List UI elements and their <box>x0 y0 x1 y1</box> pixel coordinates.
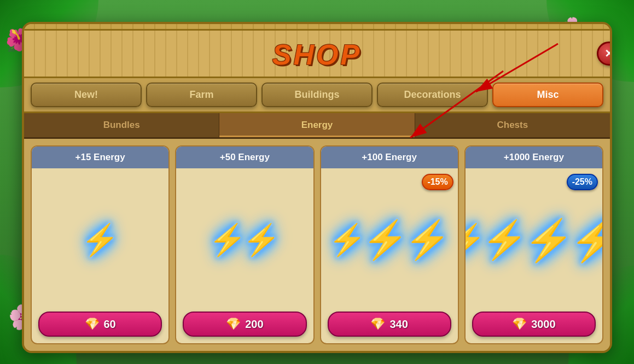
discount-badge-energy-100: -15% <box>422 174 453 190</box>
lightning-bolt-icon: ⚡ <box>569 216 603 264</box>
lightning-bolt-icon: ⚡ <box>242 222 281 258</box>
product-card-energy-50: +50 Energy⚡⚡💎200 <box>175 145 314 344</box>
product-price-energy-100[interactable]: 💎340 <box>328 312 451 337</box>
main-tab-misc[interactable]: Misc <box>492 83 603 107</box>
shop-title: SHOP <box>272 38 362 71</box>
lightning-bolt-icon: ⚡ <box>481 218 528 262</box>
lightning-bolt-icon: ⚡ <box>81 222 119 258</box>
main-tab-buildings[interactable]: Buildings <box>261 83 373 107</box>
main-tab-farm[interactable]: Farm <box>146 83 257 107</box>
product-card-energy-100: +100 Energy⚡⚡⚡-15%💎340 <box>320 145 459 344</box>
product-body-energy-15: ⚡ <box>32 168 168 312</box>
products-area: +15 Energy⚡💎60+50 Energy⚡⚡💎200+100 Energ… <box>24 139 610 351</box>
shop-header: SHOP ✕ <box>24 31 610 78</box>
product-name-energy-15: +15 Energy <box>32 146 168 168</box>
sub-tabs: BundlesEnergyChests <box>24 113 610 139</box>
lightning-group-energy-15: ⚡ <box>83 222 117 258</box>
sub-tab-bundles[interactable]: Bundles <box>24 113 219 137</box>
sub-tab-chests[interactable]: Chests <box>415 113 610 137</box>
main-nav-tabs: New!FarmBuildingsDecorationsMisc <box>24 78 610 113</box>
main-tab-new[interactable]: New! <box>31 83 142 107</box>
product-price-energy-50[interactable]: 💎200 <box>183 312 306 337</box>
gem-icon: 💎 <box>85 317 100 331</box>
gem-icon: 💎 <box>370 317 385 331</box>
gem-icon: 💎 <box>226 317 241 331</box>
lightning-bolt-icon: ⚡ <box>524 216 574 264</box>
product-name-energy-1000: +1000 Energy <box>466 146 602 168</box>
sub-tab-energy[interactable]: Energy <box>219 113 415 137</box>
product-price-energy-1000[interactable]: 💎3000 <box>472 312 596 337</box>
product-card-energy-1000: +1000 Energy⚡⚡⚡⚡-25%💎3000 <box>464 145 603 344</box>
gem-icon: 💎 <box>512 317 527 331</box>
product-body-energy-1000: ⚡⚡⚡⚡-25% <box>466 168 602 312</box>
lightning-bolt-icon: ⚡ <box>208 222 247 258</box>
panel-top-strip <box>24 24 610 31</box>
price-value-energy-1000: 3000 <box>531 318 556 331</box>
lightning-group-energy-50: ⚡⚡ <box>211 222 278 258</box>
price-value-energy-100: 340 <box>389 318 408 331</box>
main-tab-decorations[interactable]: Decorations <box>377 83 488 107</box>
lightning-group-energy-1000: ⚡⚡⚡⚡ <box>464 216 603 264</box>
lightning-bolt-icon: ⚡ <box>362 218 409 262</box>
product-body-energy-100: ⚡⚡⚡-15% <box>321 168 458 312</box>
lightning-bolt-icon: ⚡ <box>404 218 451 262</box>
lightning-group-energy-100: ⚡⚡⚡ <box>330 218 449 262</box>
close-button[interactable]: ✕ <box>597 42 612 66</box>
discount-badge-energy-1000: -25% <box>567 174 598 190</box>
product-card-energy-15: +15 Energy⚡💎60 <box>31 145 170 344</box>
shop-panel: SHOP ✕ New!FarmBuildingsDecorationsMisc … <box>22 22 612 353</box>
product-name-energy-100: +100 Energy <box>321 146 458 168</box>
product-body-energy-50: ⚡⚡ <box>176 168 313 312</box>
product-name-energy-50: +50 Energy <box>176 146 313 168</box>
product-price-energy-15[interactable]: 💎60 <box>38 312 162 337</box>
price-value-energy-15: 60 <box>104 318 116 331</box>
lightning-bolt-icon: ⚡ <box>328 222 367 258</box>
price-value-energy-50: 200 <box>245 318 263 331</box>
